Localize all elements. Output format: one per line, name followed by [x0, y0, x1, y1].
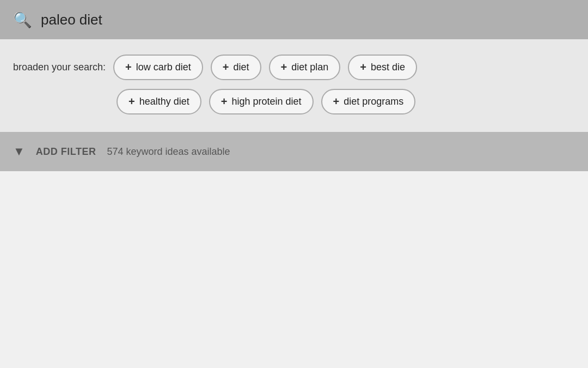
chip-label-best-diet: best die [371, 62, 405, 73]
plus-icon-diet-plan: + [281, 61, 287, 74]
keyword-count: 574 keyword ideas available [107, 146, 230, 158]
filter-bar: ▼ ADD FILTER 574 keyword ideas available [0, 132, 588, 171]
chip-label-healthy-diet: healthy diet [139, 96, 189, 107]
plus-icon-healthy-diet: + [128, 95, 135, 108]
search-bar: 🔍 [0, 0, 588, 39]
plus-icon-low-carb-diet: + [125, 61, 132, 74]
filter-icon: ▼ [13, 144, 25, 159]
chip-label-diet: diet [234, 62, 249, 73]
chip-label-diet-programs: diet programs [344, 96, 403, 107]
plus-icon-diet: + [223, 61, 229, 74]
search-icon: 🔍 [13, 11, 32, 29]
chip-diet[interactable]: + diet [211, 55, 261, 80]
bottom-area [0, 171, 588, 258]
add-filter-button[interactable]: ADD FILTER [36, 146, 96, 158]
chip-diet-programs-partial[interactable]: + diet programs [321, 89, 416, 114]
broaden-row-2: + healthy diet + high protein diet + die… [13, 89, 575, 114]
chip-low-carb-diet[interactable]: + low carb diet [113, 55, 203, 80]
search-input[interactable] [41, 11, 575, 28]
chip-best-diet-partial[interactable]: + best die [348, 55, 417, 80]
chip-label-low-carb-diet: low carb diet [136, 62, 191, 73]
plus-icon-best-diet: + [360, 61, 366, 74]
plus-icon-high-protein-diet: + [221, 95, 228, 108]
chip-label-high-protein-diet: high protein diet [231, 96, 301, 107]
broaden-label: broaden your search: [13, 62, 106, 73]
chip-healthy-diet[interactable]: + healthy diet [117, 89, 201, 114]
chip-label-diet-plan: diet plan [291, 62, 328, 73]
broaden-row-1: broaden your search: + low carb diet + d… [13, 55, 575, 80]
broaden-section: broaden your search: + low carb diet + d… [0, 39, 588, 132]
chip-diet-plan[interactable]: + diet plan [269, 55, 341, 80]
plus-icon-diet-programs: + [333, 95, 340, 108]
chip-high-protein-diet[interactable]: + high protein diet [209, 89, 314, 114]
